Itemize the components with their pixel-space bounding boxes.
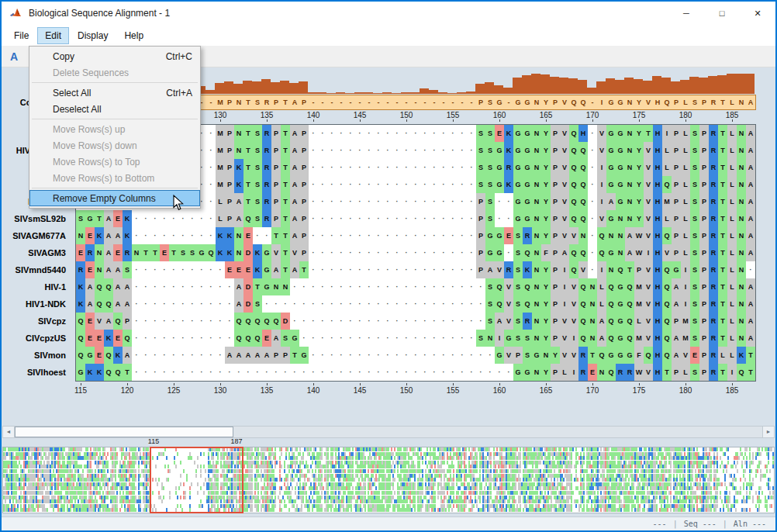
residue-cell[interactable]: · [150,278,160,295]
menu-item-move-rows-s-to-top[interactable]: Move Rows(s) to Top [29,154,200,170]
residue-cell[interactable]: N [737,210,746,227]
consensus-cell[interactable]: P [225,95,234,109]
residue-cell[interactable]: N [588,295,597,313]
residue-cell[interactable]: N [737,295,746,313]
residue-cell[interactable]: N [737,159,746,176]
residue-cell[interactable]: Y [634,142,644,159]
residue-cell[interactable]: T [718,261,727,278]
residue-cell[interactable]: M [634,278,644,295]
residue-cell[interactable]: P [271,347,281,364]
residue-cell[interactable]: · [206,227,216,244]
residue-cell[interactable]: · [467,295,476,313]
residue-cell[interactable]: · [216,261,225,278]
residue-cell[interactable]: S [253,176,262,193]
residue-cell[interactable]: P [299,159,309,176]
residue-cell[interactable]: A [290,261,299,278]
residue-cell[interactable]: P [299,210,309,227]
residue-cell[interactable]: · [374,364,383,381]
residue-cell[interactable]: · [411,193,420,210]
residue-cell[interactable]: N [532,142,541,159]
residue-cell[interactable]: F [541,244,551,261]
residue-cell[interactable]: · [216,364,225,381]
residue-cell[interactable]: · [337,159,346,176]
residue-cell[interactable]: · [364,295,374,313]
residue-cell[interactable]: V [495,261,504,278]
residue-cell[interactable]: Q [625,330,634,347]
residue-cell[interactable]: P [699,210,709,227]
residue-cell[interactable]: Y [634,193,644,210]
residue-cell[interactable]: V [644,142,653,159]
residue-cell[interactable]: · [383,313,392,330]
residue-cell[interactable]: · [383,193,392,210]
residue-cell[interactable]: G [606,347,616,364]
residue-cell[interactable]: · [588,244,597,261]
residue-cell[interactable]: V [644,278,653,295]
residue-cell[interactable]: · [318,227,327,244]
residue-cell[interactable]: A [253,347,262,364]
residue-cell[interactable]: · [346,227,355,244]
residue-cell[interactable]: Q [243,210,253,227]
residue-cell[interactable]: Q [76,313,85,330]
residue-cell[interactable]: · [458,176,467,193]
residue-cell[interactable]: M [662,193,672,210]
residue-cell[interactable]: T [281,159,290,176]
residue-cell[interactable]: · [132,313,141,330]
residue-cell[interactable]: L [727,278,737,295]
residue-cell[interactable]: · [392,125,402,142]
residue-cell[interactable]: G [513,142,523,159]
residue-cell[interactable]: N [281,278,290,295]
residue-cell[interactable]: · [383,364,392,381]
residue-cell[interactable]: · [420,244,430,261]
residue-cell[interactable]: N [616,244,625,261]
residue-cell[interactable]: H [653,142,662,159]
residue-cell[interactable]: G [606,142,616,159]
residue-cell[interactable]: · [430,125,439,142]
residue-cell[interactable]: · [160,330,169,347]
residue-cell[interactable]: Q [104,278,113,295]
residue-cell[interactable]: G [523,210,532,227]
residue-cell[interactable]: · [337,244,346,261]
residue-cell[interactable]: Y [634,159,644,176]
residue-cell[interactable]: H [653,176,662,193]
scroll-right-icon[interactable]: ► [762,427,774,437]
consensus-cell[interactable]: T [281,95,290,109]
residue-cell[interactable]: P [123,313,132,330]
residue-cell[interactable]: N [625,159,634,176]
residue-cell[interactable]: · [448,193,458,210]
residue-cell[interactable]: A [290,159,299,176]
residue-cell[interactable]: · [178,261,188,278]
residue-cell[interactable]: Q [662,347,672,364]
residue-cell[interactable]: · [346,330,355,347]
residue-cell[interactable]: V [504,347,513,364]
residue-cell[interactable]: · [262,364,271,381]
residue-cell[interactable]: · [467,364,476,381]
residue-cell[interactable]: G [495,159,504,176]
residue-cell[interactable]: · [160,210,169,227]
residue-cell[interactable]: Y [541,261,551,278]
residue-cell[interactable]: P [699,261,709,278]
residue-cell[interactable]: · [746,261,755,278]
residue-cell[interactable]: S [513,278,523,295]
menu-item-select-all[interactable]: Select AllCtrl+A [29,85,200,101]
residue-cell[interactable]: · [150,227,160,244]
consensus-cell[interactable]: P [476,95,485,109]
residue-cell[interactable]: · [160,364,169,381]
residue-cell[interactable]: T [281,261,290,278]
residue-cell[interactable]: · [430,313,439,330]
residue-cell[interactable]: · [383,159,392,176]
residue-cell[interactable]: S [690,227,699,244]
residue-cell[interactable]: R [523,227,532,244]
residue-cell[interactable]: · [309,125,318,142]
residue-cell[interactable]: · [458,159,467,176]
residue-cell[interactable]: · [355,347,364,364]
residue-cell[interactable]: · [430,278,439,295]
consensus-cell[interactable]: - [206,95,216,109]
residue-cell[interactable]: D [281,313,290,330]
residue-cell[interactable]: · [355,364,364,381]
residue-cell[interactable]: A [104,261,113,278]
residue-cell[interactable]: K [113,347,123,364]
residue-cell[interactable]: P [699,295,709,313]
residue-cell[interactable]: · [411,125,420,142]
residue-cell[interactable]: A [113,227,123,244]
residue-cell[interactable]: · [448,295,458,313]
